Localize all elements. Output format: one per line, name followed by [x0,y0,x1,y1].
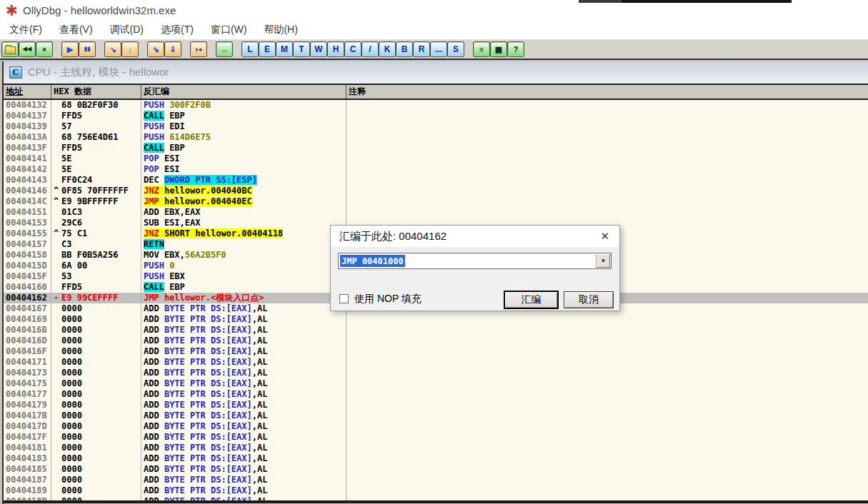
threads-button[interactable]: T [294,42,309,56]
patches-button[interactable]: / [362,42,378,56]
run-trace-button[interactable]: ... [431,42,447,56]
disasm-row[interactable]: 004041850000ADD BYTE PTR DS:[EAX],AL [4,464,868,475]
disasm-row[interactable]: 0040413957PUSH EDI [4,121,868,132]
disasm-row[interactable]: 0040416F0000ADD BYTE PTR DS:[EAX],AL [4,346,868,357]
comment-cell [346,164,868,175]
hex-bytes-cell: 53 [51,271,141,282]
nop-fill-checkbox[interactable] [339,294,349,303]
threads-icon: T [299,45,304,54]
disassembly-cell: ADD BYTE PTR DS:[EAX],AL [141,346,346,357]
handles-icon: H [333,45,339,54]
handles-button[interactable]: H [328,42,344,56]
disasm-row[interactable]: 004041425EPOP ESI [4,164,868,175]
menu-item-5[interactable]: 帮助(H) [257,21,304,39]
breakpoints-button[interactable]: B [396,42,412,56]
windows-button[interactable]: W [311,42,326,56]
comment-cell [346,207,868,218]
disasm-row[interactable]: 004041830000ADD BYTE PTR DS:[EAX],AL [4,453,868,464]
disasm-row[interactable]: 0040417F0000ADD BYTE PTR DS:[EAX],AL [4,432,868,443]
address-cell: 0040416B [4,325,51,336]
step-into-icon: ↘ [109,46,116,54]
hex-bytes-cell: 0000 [51,421,141,432]
disasm-row[interactable]: 004041750000ADD BYTE PTR DS:[EAX],AL [4,378,868,389]
disasm-row[interactable]: 0040416D0000ADD BYTE PTR DS:[EAX],AL [4,336,868,346]
address-cell: 0040415D [4,261,51,271]
address-cell: 00404189 [4,485,51,496]
comment-cell [346,196,868,207]
cpu-window-button[interactable]: C [345,42,361,56]
address-cell: 0040416F [4,346,51,357]
pause-button[interactable]: ▮▮ [79,42,95,56]
menu-item-0[interactable]: 文件(F) [3,21,49,39]
log-window-button[interactable]: L [242,42,258,56]
disasm-row[interactable]: 004041415EPOP ESI [4,153,868,164]
executable-modules-button[interactable]: E [259,42,275,56]
disasm-row[interactable]: 0040413268 0B2F0F30PUSH 300F2F0B [4,100,868,111]
disasm-row[interactable]: 0040415101C3ADD EBX,EAX [4,207,868,218]
disasm-row[interactable]: 004041870000ADD BYTE PTR DS:[EAX],AL [4,475,868,485]
disasm-row[interactable]: 00404146^0F85 70FFFFFFJNZ hellowor.00404… [4,186,868,196]
call-stack-button[interactable]: K [379,42,395,56]
disasm-row[interactable]: 0040413FFFD5CALL EBP [4,143,868,153]
column-header-2[interactable]: 反汇编 [141,85,346,99]
address-cell: 00404151 [4,207,51,218]
animate-over-button[interactable]: ⇓ [165,42,181,56]
dialog-close-icon[interactable]: ✕ [600,226,609,247]
disasm-row[interactable]: 004041810000ADD BYTE PTR DS:[EAX],AL [4,443,868,453]
disasm-row[interactable]: 004041770000ADD BYTE PTR DS:[EAX],AL [4,389,868,400]
column-header-1[interactable]: HEX 数据 [51,85,141,99]
help-button[interactable]: ? [508,42,524,56]
address-cell: 00404179 [4,400,51,410]
animate-into-button[interactable]: ⇘ [148,42,164,56]
close-program-button[interactable]: × [36,42,52,56]
disasm-row[interactable]: 0040413A68 756E4D61PUSH 614D6E75 [4,132,868,143]
address-cell: 00404177 [4,389,51,400]
instruction-combobox[interactable]: JMP 00401000 ▼ [338,253,612,269]
memory-map-button[interactable]: M [276,42,292,56]
disasm-row[interactable]: 0040417D0000ADD BYTE PTR DS:[EAX],AL [4,421,868,432]
menu-item-4[interactable]: 窗口(W) [204,21,254,39]
disasm-row[interactable]: 004041690000ADD BYTE PTR DS:[EAX],AL [4,314,868,325]
disasm-row[interactable]: 0040417B0000ADD BYTE PTR DS:[EAX],AL [4,410,868,421]
references-button[interactable]: R [414,42,429,56]
restart-button[interactable]: ◀◀ [19,42,35,56]
cpu-window-titlebar[interactable]: C CPU - 主线程, 模块 - hellowor [4,61,868,84]
run-button[interactable]: ▶ [62,42,78,56]
address-cell: 00404187 [4,475,51,485]
disassembly-cell: PUSH 0 [141,261,346,271]
step-over-button[interactable]: ↓ [122,42,138,56]
comment-cell [346,443,868,453]
disassembly-cell: PUSH EBX [141,271,346,282]
cancel-button[interactable]: 取消 [564,291,614,308]
disasm-row[interactable]: 004041790000ADD BYTE PTR DS:[EAX],AL [4,400,868,410]
disasm-row[interactable]: 00404137FFD5CALL EBP [4,111,868,121]
disasm-row[interactable]: 004041890000ADD BYTE PTR DS:[EAX],AL [4,485,868,496]
address-cell: 0040413A [4,132,51,143]
address-cell: 00404137 [4,111,51,121]
comment-cell [346,421,868,432]
menu-item-1[interactable]: 查看(V) [53,21,99,39]
disasm-row[interactable]: 004041730000ADD BYTE PTR DS:[EAX],AL [4,368,868,378]
step-into-button[interactable]: ↘ [105,42,121,56]
disasm-row[interactable]: 004041710000ADD BYTE PTR DS:[EAX],AL [4,357,868,368]
menu-item-3[interactable]: 选项(T) [154,21,200,39]
go-to-address-button[interactable]: → [216,42,232,56]
disassembly-cell: RETN [141,239,346,250]
source-button[interactable]: S [448,42,464,56]
open-file-button[interactable] [2,42,18,56]
windows-list-button[interactable]: ≡ [474,42,489,56]
disasm-row[interactable]: 0040414C^E9 9BFFFFFFJMP hellowor.004040E… [4,196,868,207]
instruction-input-value[interactable]: JMP 00401000 [340,255,405,267]
assemble-button[interactable]: 汇编 [504,291,558,308]
appearance-button[interactable]: ▦ [491,42,507,56]
disassembly-cell: ADD BYTE PTR DS:[EAX],AL [141,336,346,346]
menu-item-2[interactable]: 调试(D) [104,21,150,39]
execute-till-return-button[interactable]: ↦ [191,42,206,56]
disasm-row[interactable]: 00404143FF0C24DEC DWORD PTR SS:[ESP] [4,175,868,186]
combo-dropdown-button[interactable]: ▼ [596,254,610,268]
dialog-titlebar[interactable]: 汇编于此处: 00404162 ✕ [331,226,619,247]
disasm-row[interactable]: 0040416B0000ADD BYTE PTR DS:[EAX],AL [4,325,868,336]
column-header-3[interactable]: 注释 [346,85,868,99]
cpu-window-icon: C [350,45,356,54]
column-header-0[interactable]: 地址 [4,85,51,99]
